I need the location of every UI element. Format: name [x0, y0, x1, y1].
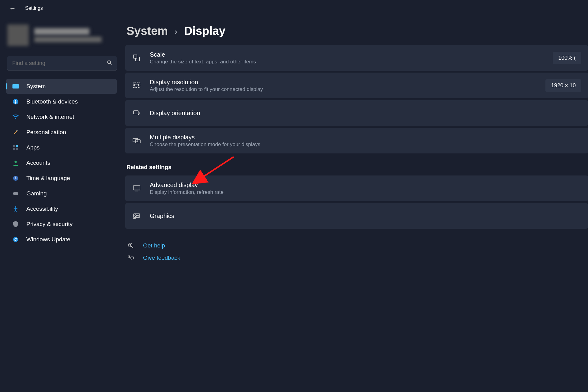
- gamepad-icon: [12, 191, 19, 196]
- svg-point-24: [138, 215, 139, 216]
- get-help-link[interactable]: Get help: [126, 242, 588, 249]
- back-icon[interactable]: ←: [9, 4, 16, 12]
- breadcrumb: System › Display: [125, 24, 588, 38]
- card-sub: Choose the presentation mode for your di…: [150, 141, 581, 148]
- multiple-displays-icon: [132, 137, 141, 145]
- sidebar-item-label: Accessibility: [26, 205, 58, 212]
- give-feedback-label[interactable]: Give feedback: [143, 254, 180, 261]
- setting-multiple-displays[interactable]: Multiple displays Choose the presentatio…: [125, 128, 588, 153]
- resolution-icon: [132, 81, 141, 89]
- setting-graphics[interactable]: Graphics: [125, 203, 588, 229]
- sidebar: System Bluetooth & devices Network & int…: [0, 15, 121, 392]
- search-field[interactable]: [12, 60, 107, 66]
- card-title: Display resolution: [150, 79, 537, 86]
- sidebar-item-label: Windows Update: [26, 236, 70, 243]
- setting-orientation[interactable]: Display orientation: [125, 100, 588, 126]
- resolution-value[interactable]: 1920 × 10: [545, 79, 581, 92]
- sidebar-item-label: Network & internet: [26, 114, 74, 120]
- nav-list: System Bluetooth & devices Network & int…: [6, 79, 121, 247]
- setting-advanced-display[interactable]: Advanced display Display information, re…: [125, 175, 588, 201]
- account-email: [34, 37, 102, 42]
- svg-rect-8: [16, 148, 18, 150]
- card-title: Scale: [150, 51, 544, 58]
- setting-resolution[interactable]: Display resolution Adjust the resolution…: [125, 73, 588, 98]
- card-sub: Adjust the resolution to fit your connec…: [150, 86, 537, 92]
- sidebar-item-label: Accounts: [26, 160, 50, 166]
- card-title: Display orientation: [150, 110, 581, 117]
- svg-rect-20: [133, 186, 140, 190]
- account-name: [34, 28, 89, 35]
- svg-rect-31: [131, 257, 134, 259]
- card-sub: Change the size of text, apps, and other…: [150, 59, 544, 65]
- shield-icon: [12, 221, 19, 227]
- sidebar-item-network[interactable]: Network & internet: [6, 110, 117, 124]
- sidebar-item-label: Apps: [26, 144, 40, 151]
- scale-icon: [132, 54, 141, 62]
- give-feedback-link[interactable]: Give feedback: [126, 254, 588, 261]
- account-block[interactable]: [6, 21, 121, 53]
- sidebar-item-label: Time & language: [26, 175, 70, 182]
- svg-point-23: [135, 215, 137, 217]
- sidebar-item-privacy[interactable]: Privacy & security: [6, 217, 117, 232]
- search-icon: [107, 60, 112, 66]
- sidebar-item-system[interactable]: System: [6, 79, 117, 94]
- svg-point-13: [13, 237, 18, 242]
- svg-point-9: [14, 161, 17, 163]
- svg-rect-6: [16, 145, 18, 147]
- svg-rect-17: [134, 111, 138, 114]
- breadcrumb-parent[interactable]: System: [126, 24, 168, 38]
- apps-icon: [12, 145, 19, 150]
- get-help-label[interactable]: Get help: [143, 242, 165, 249]
- help-icon: [126, 243, 135, 249]
- svg-rect-16: [135, 84, 139, 86]
- svg-rect-2: [13, 84, 19, 89]
- sidebar-item-gaming[interactable]: Gaming: [6, 186, 117, 201]
- sidebar-item-label: System: [26, 83, 46, 90]
- card-title: Advanced display: [150, 182, 581, 189]
- section-header-related: Related settings: [126, 164, 588, 171]
- monitor-icon: [132, 184, 141, 192]
- sidebar-item-label: Gaming: [26, 190, 47, 197]
- svg-rect-14: [134, 55, 137, 58]
- svg-rect-7: [13, 148, 15, 150]
- feedback-icon: [126, 255, 135, 261]
- sidebar-item-label: Privacy & security: [26, 221, 73, 228]
- sidebar-item-label: Bluetooth & devices: [26, 98, 78, 105]
- sidebar-item-apps[interactable]: Apps: [6, 140, 117, 155]
- svg-point-0: [107, 61, 111, 64]
- person-icon: [12, 160, 19, 166]
- sidebar-item-time[interactable]: Time & language: [6, 171, 117, 186]
- avatar: [7, 24, 29, 46]
- bluetooth-icon: [12, 99, 19, 104]
- sidebar-item-update[interactable]: Windows Update: [6, 232, 117, 247]
- chevron-right-icon: ›: [175, 27, 177, 36]
- setting-scale[interactable]: Scale Change the size of text, apps, and…: [125, 45, 588, 71]
- brush-icon: [12, 130, 19, 135]
- sidebar-item-bluetooth[interactable]: Bluetooth & devices: [6, 94, 117, 109]
- search-input[interactable]: [7, 56, 117, 70]
- card-sub: Display information, refresh rate: [150, 189, 581, 195]
- update-icon: [12, 237, 19, 242]
- svg-rect-5: [13, 145, 15, 147]
- titlebar: ← Settings: [0, 0, 588, 15]
- card-title: Graphics: [150, 213, 581, 220]
- accessibility-icon: [12, 206, 19, 212]
- sidebar-item-personalization[interactable]: Personalization: [6, 125, 117, 140]
- display-icon: [12, 84, 19, 89]
- scale-value[interactable]: 100% (: [553, 52, 581, 64]
- sidebar-item-accessibility[interactable]: Accessibility: [6, 202, 117, 216]
- wifi-icon: [12, 115, 19, 119]
- main-content: System › Display Scale Change the size o…: [121, 15, 588, 392]
- svg-point-29: [130, 246, 130, 247]
- svg-point-12: [15, 206, 17, 208]
- sidebar-item-accounts[interactable]: Accounts: [6, 156, 117, 170]
- gpu-icon: [132, 212, 141, 220]
- svg-line-1: [110, 63, 111, 65]
- svg-rect-11: [13, 192, 18, 195]
- card-title: Multiple displays: [150, 134, 581, 141]
- orientation-icon: [132, 109, 141, 117]
- svg-point-30: [129, 255, 130, 257]
- sidebar-item-label: Personalization: [26, 129, 66, 136]
- app-title: Settings: [25, 6, 43, 11]
- clock-icon: [12, 175, 19, 181]
